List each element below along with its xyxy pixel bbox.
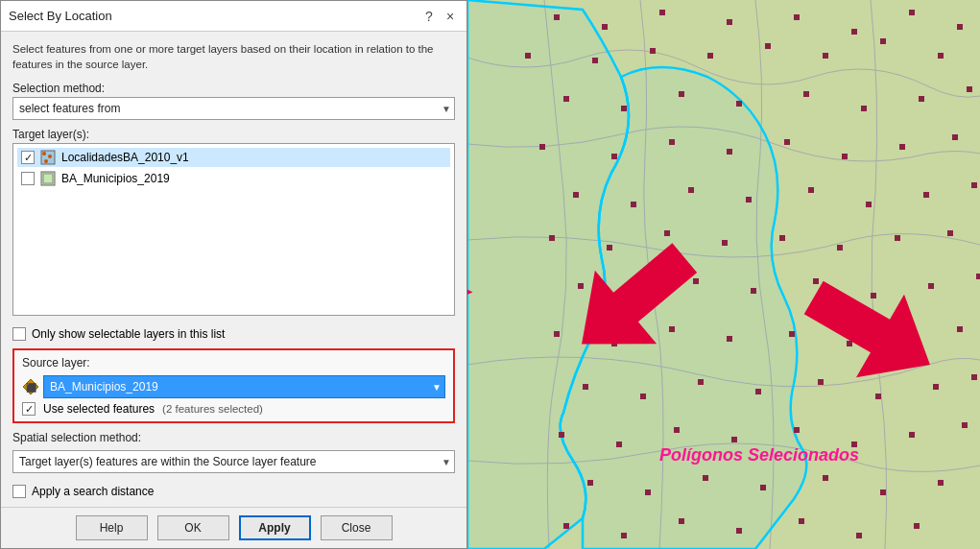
svg-rect-93 bbox=[823, 475, 828, 481]
use-selected-checkbox[interactable] bbox=[22, 402, 36, 416]
svg-rect-24 bbox=[938, 53, 944, 59]
svg-point-3 bbox=[44, 159, 48, 163]
apply-button[interactable]: Apply bbox=[239, 515, 311, 540]
svg-rect-53 bbox=[779, 235, 785, 241]
svg-rect-33 bbox=[539, 144, 545, 150]
only-selectable-checkbox[interactable] bbox=[12, 327, 26, 341]
map-area: Polígonos Selecionados ➤ bbox=[467, 0, 980, 549]
svg-rect-18 bbox=[592, 58, 598, 63]
list-item[interactable]: LocalidadesBA_2010_v1 bbox=[17, 148, 450, 167]
svg-rect-44 bbox=[746, 197, 752, 203]
svg-rect-103 bbox=[914, 523, 920, 529]
svg-rect-101 bbox=[799, 518, 804, 524]
source-layer-dropdown[interactable]: BA_Municipios_2019 bbox=[43, 375, 445, 398]
svg-rect-95 bbox=[938, 480, 944, 486]
svg-rect-57 bbox=[578, 283, 584, 289]
apply-search-checkbox[interactable] bbox=[12, 485, 26, 498]
svg-rect-26 bbox=[621, 106, 627, 111]
svg-rect-68 bbox=[727, 336, 732, 342]
svg-rect-67 bbox=[669, 326, 675, 332]
svg-rect-60 bbox=[751, 288, 756, 294]
svg-rect-40 bbox=[952, 134, 958, 140]
svg-rect-82 bbox=[616, 442, 622, 447]
svg-rect-31 bbox=[919, 96, 924, 102]
svg-rect-10 bbox=[602, 24, 608, 30]
svg-point-2 bbox=[48, 155, 52, 158]
svg-rect-37 bbox=[784, 139, 790, 145]
close-button[interactable]: Close bbox=[321, 515, 393, 540]
svg-rect-43 bbox=[688, 187, 694, 193]
svg-rect-28 bbox=[736, 101, 742, 107]
svg-rect-80 bbox=[971, 374, 977, 380]
svg-rect-72 bbox=[957, 326, 963, 332]
target-layers-section: Target layer(s): LocalidadesBA_2010_v1 bbox=[12, 128, 455, 316]
svg-rect-56 bbox=[947, 230, 953, 236]
svg-rect-90 bbox=[645, 489, 651, 495]
svg-rect-52 bbox=[722, 240, 728, 246]
svg-rect-39 bbox=[899, 144, 905, 150]
svg-rect-77 bbox=[818, 379, 824, 385]
svg-rect-35 bbox=[669, 139, 675, 145]
spatial-method-label: Spatial selection method: bbox=[12, 431, 455, 444]
svg-rect-12 bbox=[727, 19, 732, 25]
svg-rect-87 bbox=[909, 432, 915, 438]
svg-rect-78 bbox=[875, 394, 881, 399]
svg-rect-11 bbox=[659, 10, 665, 15]
svg-point-1 bbox=[42, 152, 46, 155]
help-icon-btn[interactable]: ? bbox=[420, 8, 438, 25]
svg-rect-70 bbox=[847, 341, 852, 346]
svg-rect-36 bbox=[727, 149, 732, 155]
layer1-checkbox[interactable] bbox=[21, 151, 35, 164]
svg-rect-55 bbox=[895, 235, 900, 241]
svg-rect-51 bbox=[664, 230, 670, 236]
svg-rect-91 bbox=[703, 475, 708, 481]
svg-rect-30 bbox=[861, 106, 867, 111]
svg-rect-29 bbox=[803, 91, 809, 97]
dialog-title: Select By Location bbox=[9, 9, 112, 23]
dialog-body: Select features from one or more target … bbox=[1, 32, 466, 507]
svg-rect-38 bbox=[842, 154, 848, 159]
help-button[interactable]: Help bbox=[76, 515, 148, 540]
list-item[interactable]: BA_Municipios_2019 bbox=[17, 169, 450, 188]
svg-rect-49 bbox=[549, 235, 555, 241]
svg-rect-89 bbox=[587, 480, 593, 486]
svg-rect-100 bbox=[736, 528, 742, 534]
svg-rect-102 bbox=[856, 533, 862, 538]
selection-method-section: Selection method: select features from ▼ bbox=[12, 82, 455, 120]
svg-rect-98 bbox=[621, 533, 627, 538]
svg-rect-99 bbox=[679, 518, 684, 524]
dialog-footer: Help OK Apply Close bbox=[1, 507, 466, 548]
svg-rect-23 bbox=[880, 38, 886, 44]
svg-rect-22 bbox=[823, 53, 828, 59]
ok-button[interactable]: OK bbox=[157, 515, 229, 540]
svg-rect-76 bbox=[755, 389, 761, 394]
dialog-description: Select features from one or more target … bbox=[12, 41, 455, 72]
svg-rect-79 bbox=[933, 384, 939, 390]
svg-rect-50 bbox=[607, 245, 612, 251]
spatial-method-dropdown[interactable]: Target layer(s) features are within the … bbox=[12, 450, 455, 473]
svg-rect-81 bbox=[559, 432, 564, 438]
svg-rect-63 bbox=[928, 283, 934, 289]
source-dropdown-wrapper: BA_Municipios_2019 ▼ bbox=[43, 375, 445, 398]
svg-rect-45 bbox=[808, 187, 814, 193]
svg-rect-9 bbox=[554, 14, 560, 20]
svg-rect-73 bbox=[583, 384, 588, 390]
svg-rect-16 bbox=[957, 24, 963, 30]
svg-rect-85 bbox=[794, 427, 800, 433]
layer2-checkbox[interactable] bbox=[21, 172, 35, 185]
svg-rect-94 bbox=[880, 489, 886, 495]
svg-rect-64 bbox=[976, 274, 980, 279]
only-selectable-row: Only show selectable layers in this list bbox=[12, 327, 455, 341]
svg-text:⬛: ⬛ bbox=[26, 382, 37, 394]
svg-rect-20 bbox=[707, 53, 713, 59]
only-selectable-label: Only show selectable layers in this list bbox=[32, 327, 225, 341]
svg-rect-48 bbox=[971, 182, 977, 188]
selection-method-label: Selection method: bbox=[12, 82, 455, 95]
svg-rect-88 bbox=[962, 422, 968, 428]
features-selected-text: (2 features selected) bbox=[162, 403, 263, 415]
source-layer-box: Source layer: ⬛ BA_Municipios_2019 ▼ Use… bbox=[12, 348, 455, 423]
svg-rect-21 bbox=[765, 43, 771, 49]
close-icon-btn[interactable]: × bbox=[442, 8, 459, 25]
selection-method-dropdown[interactable]: select features from bbox=[12, 97, 455, 120]
svg-rect-59 bbox=[693, 278, 699, 284]
